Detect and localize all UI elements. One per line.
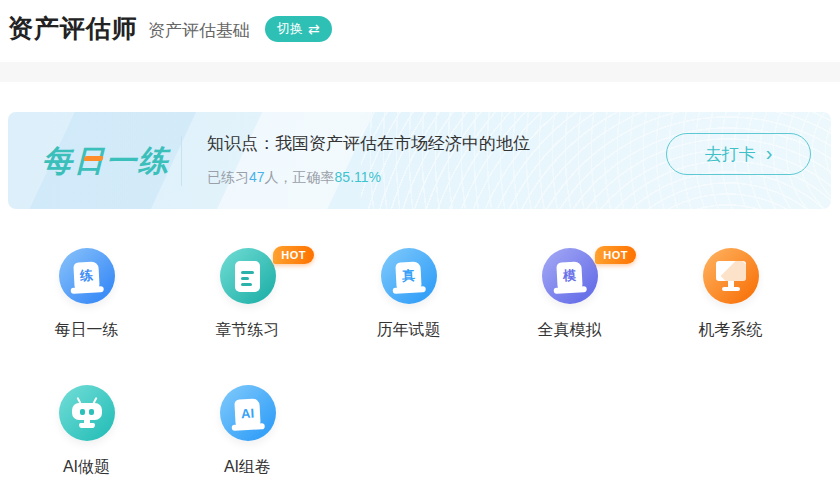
monitor-icon [715,261,747,291]
menu-item-computer-exam-system[interactable]: 机考系统 [650,248,811,341]
hot-badge: HOT [273,246,314,264]
page-title: 资产评估师 [8,12,138,45]
menu-item-ai-practice[interactable]: AI做题 [6,385,167,478]
past-papers-icon: 真 [381,248,437,304]
menu-item-mock-exam[interactable]: 模 HOT 全真模拟 [489,248,650,341]
ai-paper-builder-icon: AI [220,385,276,441]
banner-vertical-divider [181,136,182,186]
stats-prefix: 已练习 [207,169,249,185]
daily-practice-brand-text: 每日一练 [42,144,170,177]
robot-icon [71,398,103,428]
menu-item-ai-paper-builder[interactable]: AI AI组卷 [167,385,328,478]
menu-item-label: 全真模拟 [538,320,602,341]
menu-row-2: AI做题 AI AI组卷 [6,385,328,478]
menu-item-daily-practice[interactable]: 练 每日一练 [6,248,167,341]
scroll-icon: 练 [73,261,99,290]
menu-item-label: 机考系统 [699,320,763,341]
menu-item-label: 历年试题 [377,320,441,341]
daily-practice-brand: 每日一练 [42,141,170,179]
daily-practice-banner: 每日一练 知识点：我国资产评估在市场经济中的地位 已练习47人，正确率85.11… [8,112,831,209]
menu-item-label: 每日一练 [55,320,119,341]
mock-exam-icon: 模 [542,248,598,304]
menu-item-past-papers[interactable]: 真 历年试题 [328,248,489,341]
computer-exam-icon [703,248,759,304]
current-subject-label: 资产评估基础 [148,19,250,42]
header: 资产评估师 资产评估基础 切换 ⇄ [0,0,840,62]
daily-practice-icon: 练 [59,248,115,304]
knowledge-point-text: 知识点：我国资产评估在市场经济中的地位 [207,132,530,155]
stats-middle: 人，正确率 [265,169,335,185]
menu-row-1: 练 每日一练 HOT 章节练习 真 历年试题 模 HOT 全真模拟 [6,248,811,341]
chapter-practice-icon [220,248,276,304]
menu-item-label: AI做题 [63,457,110,478]
menu-item-label: AI组卷 [224,457,271,478]
accuracy-rate: 85.11% [335,169,381,185]
switch-subject-button[interactable]: 切换 ⇄ [265,16,332,42]
scroll-icon: 模 [556,261,582,290]
go-check-in-button[interactable]: 去打卡 › [666,133,811,175]
menu-item-label: 章节练习 [216,320,280,341]
menu-item-chapter-practice[interactable]: HOT 章节练习 [167,248,328,341]
practiced-count: 47 [249,169,265,185]
hot-badge: HOT [595,246,636,264]
brand-orange-bar-decoration [83,156,103,161]
scroll-icon: 真 [395,261,421,290]
ai-practice-icon [59,385,115,441]
swap-icon: ⇄ [308,22,320,36]
chevron-right-icon: › [766,143,773,163]
document-icon [235,261,260,292]
section-separator [0,62,840,82]
scroll-icon: AI [234,398,260,427]
go-check-in-label: 去打卡 [705,143,756,166]
switch-button-label: 切换 [277,20,303,38]
practice-stats: 已练习47人，正确率85.11% [207,169,381,187]
